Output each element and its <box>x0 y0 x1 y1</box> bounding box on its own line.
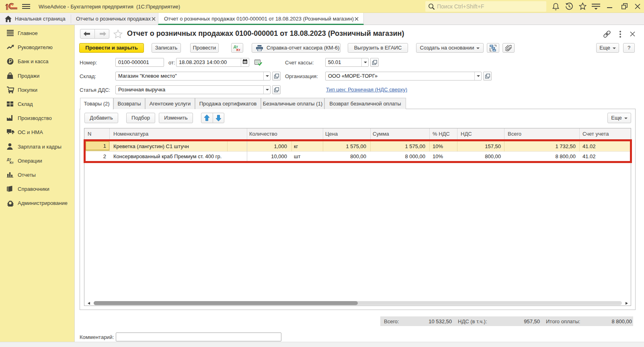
svg-text:Кт: Кт <box>10 161 14 164</box>
